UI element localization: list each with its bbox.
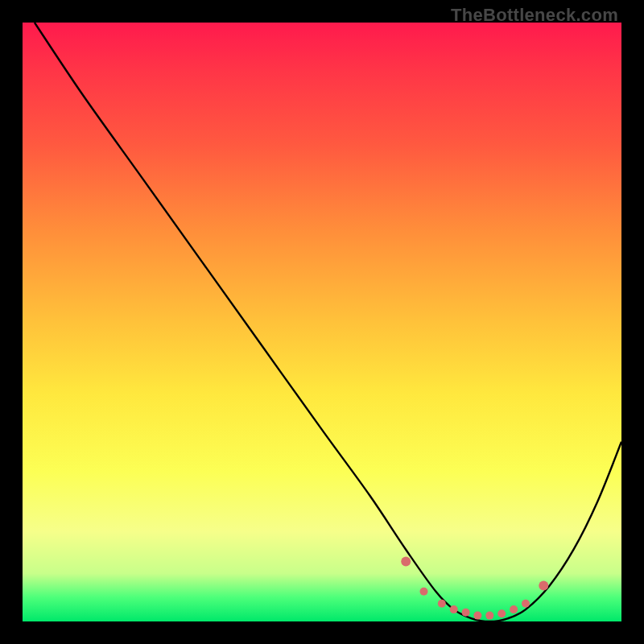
optimal-dot bbox=[420, 588, 428, 596]
optimal-dot bbox=[510, 605, 518, 613]
optimal-dot bbox=[401, 557, 411, 567]
optimal-dot bbox=[450, 605, 458, 613]
optimal-dot bbox=[497, 609, 506, 617]
chart-area bbox=[23, 23, 621, 621]
optimal-dot bbox=[462, 609, 470, 617]
optimal-dot bbox=[485, 612, 493, 620]
bottleneck-curve bbox=[35, 23, 621, 621]
optimal-dot bbox=[522, 600, 530, 608]
bottleneck-curve-svg bbox=[23, 23, 621, 621]
watermark-text: TheBottleneck.com bbox=[451, 5, 618, 26]
optimal-dot bbox=[473, 612, 481, 620]
optimal-dot bbox=[438, 600, 446, 608]
optimal-dot bbox=[539, 580, 548, 590]
